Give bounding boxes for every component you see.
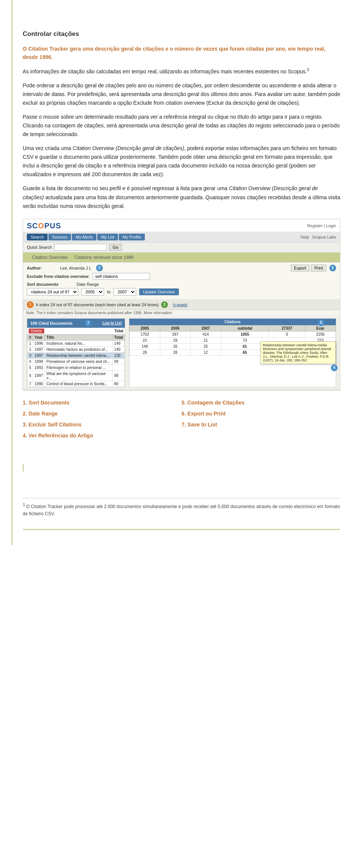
log-to-list-link[interactable]: Log to List — [102, 321, 122, 325]
date-to-select[interactable]: 2007 — [113, 288, 136, 296]
scopus-nav: Search Sources My Alerts My List My Prof… — [23, 232, 340, 242]
tooltip-box: Relationship between carotid intima-medi… — [260, 341, 336, 364]
citations-panel: Citations 5 2005 2006 2007 subtotal 2733… — [129, 318, 336, 388]
para2: Pode ordenar a descrição geral de citaçõ… — [23, 81, 340, 107]
scopus-logo: SCOPUS — [27, 222, 61, 230]
notes-row: Note: The h index considers Scopus docum… — [23, 310, 340, 316]
para3: Passe o mouse sobre um determinado resul… — [23, 113, 340, 139]
bubble-2: 2 — [161, 301, 168, 308]
scopus-header: SCOPUS Register | Login — [23, 219, 340, 232]
sort-select[interactable]: citations 24 out of 97 — [27, 288, 78, 296]
nav-search[interactable]: Search — [27, 234, 48, 240]
cited-docs-table: # Year Title Total 11996Incidence, natur… — [27, 334, 125, 387]
citation-overview-controls: Author: Lee, Amanda J L 3 Export Print 6… — [23, 262, 340, 300]
page-title: Controlar citações — [23, 30, 340, 38]
header-right-links: Register | Login — [307, 223, 336, 228]
numbered-item-6: 6. Export ou Print — [182, 410, 340, 418]
left-accent-bar — [11, 0, 12, 545]
search-input[interactable] — [54, 244, 107, 251]
table-row: 41999Prevalence of varicose veins and ch… — [28, 358, 125, 364]
numbered-item-2: 2. Date Range — [23, 410, 182, 418]
numbered-item-3: 3. Excluir Self Citations — [23, 421, 182, 429]
nav-my-list[interactable]: My List — [97, 234, 118, 240]
nav-my-profile[interactable]: My Profile — [119, 234, 145, 240]
table-row: 21997Hemostatic factors as predictors of… — [28, 346, 125, 352]
table-row: 51993Fibrinogen in relation to personal … — [28, 364, 125, 370]
footnote-marker-1: 3 — [307, 68, 309, 72]
bubble-1: 1 — [27, 301, 34, 308]
citations-section: 109 Cited Documents 7 Log to List Delete… — [23, 316, 340, 390]
quick-search-bar: Quick Search Go — [23, 242, 340, 253]
cited-docs-panel: 109 Cited Documents 7 Log to List Delete… — [27, 318, 125, 388]
numbered-item-4: 4. Ver Referências do Artigo — [23, 432, 182, 440]
para1: As informações de citação são calculadas… — [23, 67, 340, 76]
footnote-number: 3 — [23, 503, 25, 507]
citation-overview-header: Citation Overview Citations received sin… — [23, 253, 340, 262]
numbered-col-left: 1. Sort Documents 2. Date Range 3. Exclu… — [23, 399, 182, 443]
bottom-accent-bar — [23, 464, 24, 471]
bubble-5: 5 — [318, 319, 324, 326]
citations-row: 1703 397 414 1055 0 2256 — [130, 331, 336, 337]
para4: Uma vez criada uma Citation Overview (De… — [23, 144, 340, 179]
search-go-button[interactable]: Go — [109, 244, 122, 251]
update-overview-button[interactable]: Update Overview — [139, 288, 178, 295]
cited-docs-title: 109 Cited Documents 7 Log to List — [27, 319, 125, 328]
footnote-section: 3 O Citation Tracker pode processar até … — [23, 498, 340, 518]
export-print-btns: Export Print 6 — [291, 265, 336, 271]
intro-paragraph: O Citation Tracker gera uma descrição ge… — [23, 45, 340, 62]
nav-sources[interactable]: Sources — [48, 234, 71, 240]
date-from-select[interactable]: 2005 — [81, 288, 104, 296]
delete-button[interactable]: Delete — [29, 329, 44, 333]
bottom-bar — [23, 529, 340, 530]
numbered-col-right: 5. Contagem de Citações 6. Export ou Pri… — [182, 399, 340, 443]
export-button[interactable]: Export — [291, 265, 310, 271]
h-index-row: 1 h index 24 out of 97 documents (each b… — [23, 300, 340, 310]
bubble-3: 3 — [96, 265, 103, 271]
bubble-6: 6 — [329, 265, 336, 271]
para5: Guarde a lista de documento no seu perfi… — [23, 184, 340, 210]
table-row: 61997What are the symptoms of varicose v… — [28, 370, 125, 381]
h-graph-link[interactable]: h-graph — [173, 302, 188, 307]
scopus-screenshot: SCOPUS Register | Login Search Sources M… — [23, 219, 340, 391]
nav-my-alerts[interactable]: My Alerts — [72, 234, 96, 240]
help-area: Help Scopus Labs — [301, 235, 336, 239]
bubble-7: 7 — [85, 320, 92, 327]
exclude-input[interactable] — [93, 273, 150, 280]
print-button[interactable]: Print — [311, 265, 326, 271]
bubble-4: 4 — [331, 364, 338, 371]
numbered-list: 1. Sort Documents 2. Date Range 3. Exclu… — [23, 399, 340, 443]
footnote-text: O Citation Tracker pode processar até 2.… — [23, 504, 340, 516]
numbered-item-7: 7. Save to List — [182, 421, 340, 429]
table-row: 31997Relationship between carotid intima… — [28, 352, 125, 358]
numbered-item-5: 5. Contagem de Citações — [182, 399, 340, 407]
table-row: 11996Incidence, natural his...149 — [28, 340, 125, 346]
table-row: 71990Control of blood pressure in Scotla… — [28, 381, 125, 387]
numbered-item-1: 1. Sort Documents — [23, 399, 182, 407]
